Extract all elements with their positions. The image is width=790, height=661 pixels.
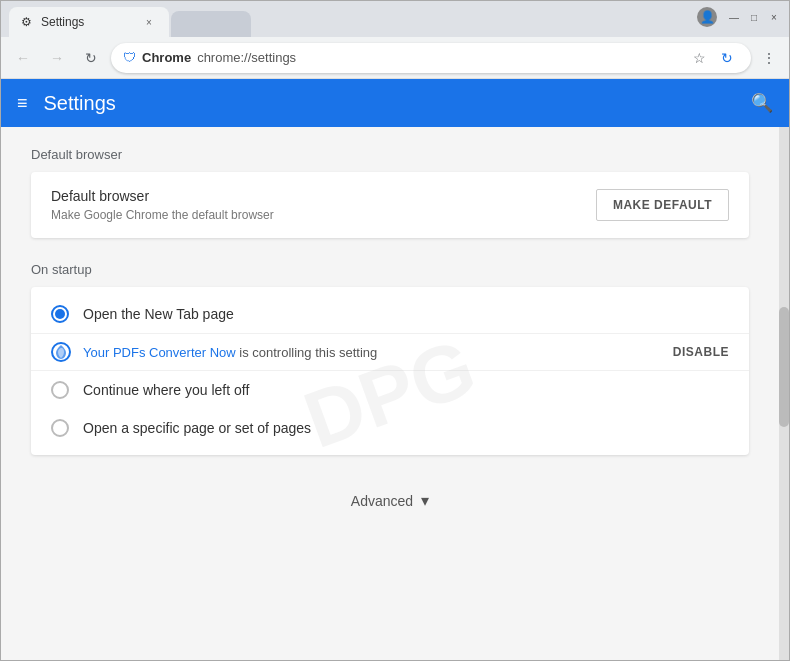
- minimize-button[interactable]: —: [727, 10, 741, 24]
- profile-avatar: 👤: [700, 10, 715, 24]
- default-browser-title: Default browser: [51, 188, 274, 204]
- settings-header: ≡ Settings 🔍: [1, 79, 789, 127]
- maximize-button[interactable]: □: [747, 10, 761, 24]
- settings-page-title: Settings: [44, 92, 116, 115]
- radio-label-new-tab: Open the New Tab page: [83, 306, 234, 322]
- scrollbar-track[interactable]: [779, 127, 789, 660]
- radio-label-specific-page: Open a specific page or set of pages: [83, 420, 311, 436]
- tab-favicon: ⚙: [21, 15, 35, 29]
- hamburger-icon: ≡: [17, 93, 28, 113]
- on-startup-section-label: On startup: [31, 262, 749, 277]
- address-content: 🛡 Chrome chrome://settings: [123, 50, 687, 65]
- radio-label-continue: Continue where you left off: [83, 382, 249, 398]
- radio-circle-specific-page: [51, 419, 69, 437]
- default-browser-info: Default browser Make Google Chrome the d…: [51, 188, 274, 222]
- address-bar[interactable]: 🛡 Chrome chrome://settings ☆ ↻: [111, 43, 751, 73]
- default-browser-section-label: Default browser: [31, 147, 749, 162]
- forward-icon: →: [50, 50, 64, 66]
- close-button[interactable]: ×: [767, 10, 781, 24]
- hamburger-menu-button[interactable]: ≡: [17, 93, 28, 114]
- extension-notification-row: Your PDFs Converter Now is controlling t…: [31, 333, 749, 371]
- new-tab[interactable]: [171, 11, 251, 37]
- radio-option-new-tab[interactable]: Open the New Tab page: [31, 295, 749, 333]
- title-bar: ⚙ Settings × 👤 — □ ×: [1, 1, 789, 37]
- extension-link[interactable]: Your PDFs Converter Now: [83, 345, 236, 360]
- active-tab[interactable]: ⚙ Settings ×: [9, 7, 169, 37]
- profile-icon[interactable]: 👤: [697, 7, 717, 27]
- radio-circle-continue: [51, 381, 69, 399]
- default-browser-subtitle: Make Google Chrome the default browser: [51, 208, 274, 222]
- address-actions: ☆ ↻: [687, 46, 739, 70]
- refresh-icon: ↻: [85, 50, 97, 66]
- tab-strip: ⚙ Settings ×: [9, 1, 693, 37]
- address-bar-row: ← → ↻ 🛡 Chrome chrome://settings ☆ ↻: [1, 37, 789, 79]
- tab-label: Settings: [41, 15, 84, 29]
- default-browser-card: Default browser Make Google Chrome the d…: [31, 172, 749, 238]
- radio-inner-new-tab: [55, 309, 65, 319]
- new-tab-label: [183, 17, 186, 31]
- radio-option-continue[interactable]: Continue where you left off: [31, 371, 749, 409]
- bookmark-icon: ☆: [693, 50, 706, 66]
- back-button[interactable]: ←: [9, 44, 37, 72]
- forward-button[interactable]: →: [43, 44, 71, 72]
- settings-search-button[interactable]: 🔍: [751, 92, 773, 114]
- scrollbar-thumb[interactable]: [779, 307, 789, 427]
- more-icon: ⋮: [762, 50, 776, 66]
- radio-circle-new-tab: [51, 305, 69, 323]
- search-icon: 🔍: [751, 93, 773, 113]
- chrome-label: Chrome: [142, 50, 191, 65]
- startup-card: Open the New Tab page Your PDFs Converte…: [31, 287, 749, 455]
- more-menu-button[interactable]: ⋮: [757, 46, 781, 70]
- extension-icon: [51, 342, 71, 362]
- back-icon: ←: [16, 50, 30, 66]
- settings-content: DPG Default browser Default browser Make…: [1, 127, 779, 660]
- security-icon: 🛡: [123, 50, 136, 65]
- refresh-button[interactable]: ↻: [77, 44, 105, 72]
- settings-header-left: ≡ Settings: [17, 92, 116, 115]
- bookmark-button[interactable]: ☆: [687, 46, 711, 70]
- extension-text: Your PDFs Converter Now is controlling t…: [83, 345, 661, 360]
- window-controls: 👤 — □ ×: [697, 7, 781, 31]
- radio-option-specific-page[interactable]: Open a specific page or set of pages: [31, 409, 749, 447]
- disable-extension-button[interactable]: DISABLE: [673, 345, 729, 359]
- sync-button[interactable]: ↻: [715, 46, 739, 70]
- tab-close-button[interactable]: ×: [141, 14, 157, 30]
- advanced-label: Advanced: [351, 493, 413, 509]
- extension-middle-text: is controlling this setting: [236, 345, 378, 360]
- url-text: chrome://settings: [197, 50, 296, 65]
- make-default-button[interactable]: MAKE DEFAULT: [596, 189, 729, 221]
- content-area: DPG Default browser Default browser Make…: [1, 127, 789, 660]
- browser-window: ⚙ Settings × 👤 — □ × ← → ↻: [0, 0, 790, 661]
- sync-icon: ↻: [721, 50, 733, 66]
- advanced-section[interactable]: Advanced ▾: [31, 479, 749, 522]
- chevron-down-icon: ▾: [421, 491, 429, 510]
